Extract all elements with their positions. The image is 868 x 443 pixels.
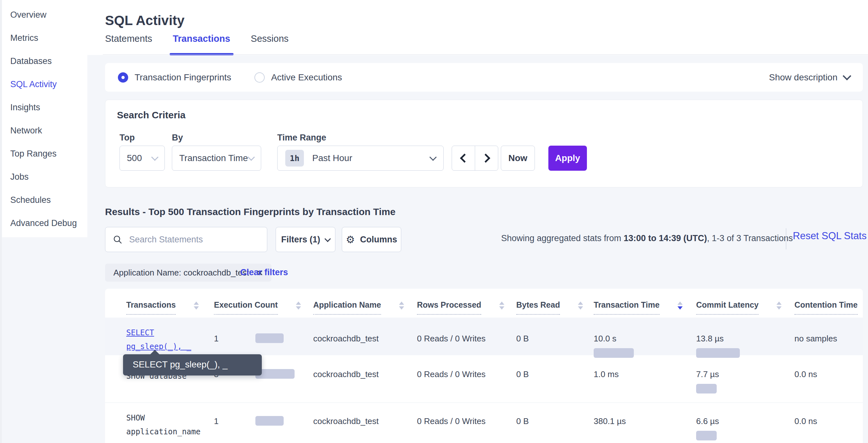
time-range-value: Past Hour (312, 153, 352, 163)
sort-icon (776, 301, 782, 309)
filters-button[interactable]: Filters (1) (276, 227, 335, 252)
column-header-rows-processed[interactable]: Rows Processed (417, 300, 516, 318)
radio-active-executions[interactable]: Active Executions (254, 72, 342, 83)
application-name-value: cockroachdb_test (313, 334, 417, 358)
sidebar-item-insights[interactable]: Insights (10, 96, 87, 119)
sidebar-nav: Overview Metrics Databases SQL Activity … (10, 3, 87, 235)
top-label: Top (120, 133, 134, 143)
sidebar-item-overview[interactable]: Overview (10, 3, 87, 26)
time-range-pager (452, 146, 498, 171)
results-heading: Results - Top 500 Transaction Fingerprin… (105, 206, 396, 217)
top-select-value: 500 (127, 153, 142, 163)
rows-processed-value: 0 Reads / 0 Writes (417, 416, 516, 443)
previous-time-range-button[interactable] (452, 146, 475, 170)
rows-processed-value: 0 Reads / 0 Writes (417, 334, 516, 358)
aggregated-stats-text: Showing aggregated stats from 13:00 to 1… (501, 233, 780, 243)
show-description-toggle[interactable]: Show description (769, 72, 850, 83)
by-select[interactable]: Transaction Time (172, 146, 261, 171)
search-input[interactable] (128, 234, 260, 245)
reset-sql-stats-link[interactable]: Reset SQL Stats (793, 230, 867, 242)
time-range-label: Time Range (277, 133, 327, 143)
sort-icon (296, 301, 301, 309)
chevron-down-icon (151, 154, 159, 161)
column-header-contention-time[interactable]: Contention Time (795, 300, 863, 318)
apply-button[interactable]: Apply (548, 146, 587, 171)
chevron-down-icon (324, 236, 331, 242)
sql-activity-page: Overview Metrics Databases SQL Activity … (0, 0, 868, 443)
show-description-label: Show description (769, 72, 837, 83)
transaction-time-bar (594, 348, 634, 358)
filters-label: Filters (1) (281, 235, 320, 245)
chevron-down-icon (248, 154, 255, 161)
column-header-execution-count[interactable]: Execution Count (214, 300, 313, 318)
execution-count-bar (255, 416, 284, 426)
commit-latency-value: 7.7 µs (696, 370, 719, 379)
tab-bar: Statements Transactions Sessions (105, 33, 288, 46)
transaction-fingerprint-link[interactable]: SELECT pg_sleep(_), _ (126, 326, 205, 354)
bytes-read-value: 0 B (516, 334, 594, 358)
transaction-time-value: 380.1 µs (594, 416, 626, 426)
column-header-commit-latency[interactable]: Commit Latency (696, 300, 795, 318)
contention-time-value: no samples (795, 334, 863, 358)
search-icon (113, 234, 123, 245)
application-name-value: cockroachdb_test (313, 370, 417, 403)
chevron-down-icon (430, 154, 437, 161)
search-box (105, 227, 267, 252)
by-label: By (172, 133, 183, 143)
sidebar-item-advanced-debug[interactable]: Advanced Debug (10, 211, 87, 235)
radio-transaction-fingerprints[interactable]: Transaction Fingerprints (118, 72, 231, 83)
view-toggle-panel: Transaction Fingerprints Active Executio… (105, 63, 863, 92)
tab-sessions[interactable]: Sessions (251, 33, 289, 46)
contention-time-value: 0.0 ns (795, 416, 863, 443)
sidebar-item-network[interactable]: Network (10, 119, 87, 142)
table-header-row: Transactions Execution Count Application… (105, 289, 863, 318)
radio-selected-icon[interactable] (118, 72, 128, 83)
filter-chip-label: Application Name: cockroachdb_test (114, 268, 249, 278)
commit-latency-value: 13.8 µs (696, 334, 724, 344)
chevron-right-icon (481, 154, 490, 163)
column-header-bytes-read[interactable]: Bytes Read (516, 300, 594, 318)
fingerprint-tooltip: SELECT pg_sleep(_), _ (123, 354, 262, 376)
sort-icon (399, 301, 404, 309)
vertical-divider (786, 228, 786, 249)
sort-icon (578, 301, 583, 309)
tab-transactions[interactable]: Transactions (173, 33, 230, 46)
column-header-application-name[interactable]: Application Name (313, 300, 417, 318)
column-header-transactions[interactable]: Transactions (126, 300, 214, 318)
execution-count-bar (255, 333, 284, 343)
transaction-fingerprint[interactable]: SHOW application_name (126, 413, 200, 436)
time-range-select[interactable]: 1h Past Hour (277, 146, 444, 171)
application-name-value: cockroachdb_test (313, 416, 417, 443)
commit-latency-bar (696, 384, 717, 393)
contention-time-value: 0.0 ns (795, 370, 863, 403)
next-time-range-button[interactable] (475, 146, 498, 170)
now-button[interactable]: Now (501, 146, 535, 171)
sidebar-item-top-ranges[interactable]: Top Ranges (10, 142, 87, 165)
tooltip-text: SELECT pg_sleep(_), _ (133, 359, 227, 370)
commit-latency-bar (696, 431, 717, 440)
sort-icon (499, 301, 504, 309)
sidebar-item-metrics[interactable]: Metrics (10, 26, 87, 50)
page-title: SQL Activity (105, 13, 184, 28)
tab-statements[interactable]: Statements (105, 33, 152, 46)
transaction-time-value: 10.0 s (594, 334, 617, 344)
table-row: SELECT pg_sleep(_), _ 1 cockroachdb_test… (105, 318, 863, 355)
top-select[interactable]: 500 (120, 146, 165, 171)
search-criteria-panel: Search Criteria Top By Time Range 500 Tr… (105, 100, 863, 187)
chevron-down-icon (843, 72, 851, 80)
column-header-transaction-time[interactable]: Transaction Time (594, 300, 696, 318)
sidebar-item-sql-activity[interactable]: SQL Activity (10, 73, 87, 96)
execution-count-value: 1 (214, 334, 255, 344)
clear-filters-link[interactable]: Clear filters (240, 267, 288, 277)
radio-label: Active Executions (271, 72, 342, 83)
table-row: SHOW application_name 1 cockroachdb_test… (105, 403, 863, 443)
radio-unselected-icon[interactable] (254, 72, 265, 83)
by-select-value: Transaction Time (179, 153, 248, 163)
columns-button[interactable]: ⚙ Columns (342, 227, 401, 252)
sidebar-item-databases[interactable]: Databases (10, 50, 87, 73)
left-edge-strip (0, 0, 2, 443)
sidebar-item-jobs[interactable]: Jobs (10, 165, 87, 188)
sidebar-item-schedules[interactable]: Schedules (10, 188, 87, 211)
execution-count-value: 1 (214, 416, 255, 426)
time-range-badge: 1h (285, 150, 304, 167)
